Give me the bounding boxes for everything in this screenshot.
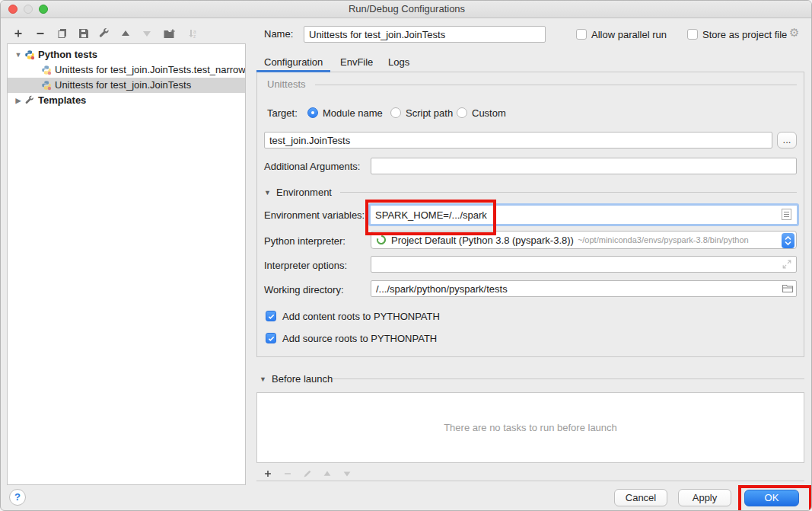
unittests-group-title: Unittests bbox=[267, 78, 306, 90]
footer-divider bbox=[256, 481, 804, 481]
tree-item-label: Unittests for test_join.JoinTests.test_n… bbox=[55, 62, 246, 78]
store-as-project-file-checkbox[interactable] bbox=[687, 29, 698, 40]
chevron-right-icon[interactable]: ▶ bbox=[14, 93, 23, 108]
interpreter-options-input[interactable] bbox=[371, 256, 797, 273]
allow-parallel-run-checkbox[interactable] bbox=[576, 29, 587, 40]
apply-button[interactable]: Apply bbox=[678, 489, 731, 506]
working-directory-label: Working directory: bbox=[264, 284, 344, 295]
before-launch-collapse-icon[interactable]: ▼ bbox=[260, 375, 266, 383]
edit-environment-variables-icon[interactable] bbox=[782, 209, 791, 220]
browse-button[interactable]: ... bbox=[777, 132, 797, 149]
working-directory-input[interactable] bbox=[371, 280, 797, 297]
python-icon bbox=[24, 50, 35, 60]
move-task-up-icon bbox=[320, 467, 334, 481]
tab-logs[interactable]: Logs bbox=[388, 55, 409, 70]
python-interpreter-path: ~/opt/miniconda3/envs/pyspark-3.8/bin/py… bbox=[578, 235, 749, 244]
radio-script-path-label: Script path bbox=[406, 107, 453, 119]
tree-item-templates[interactable]: ▶ Templates bbox=[8, 93, 245, 108]
folder-icon[interactable] bbox=[782, 283, 794, 294]
radio-module-name[interactable] bbox=[307, 107, 318, 118]
name-label: Name: bbox=[264, 28, 293, 40]
svg-text:z: z bbox=[193, 34, 196, 39]
radio-custom[interactable] bbox=[457, 107, 467, 118]
environment-variables-field[interactable]: SPARK_HOME=/.../spark bbox=[368, 203, 799, 226]
radio-custom-label: Custom bbox=[472, 107, 506, 119]
wrench-icon bbox=[24, 95, 35, 106]
target-input[interactable] bbox=[264, 132, 772, 149]
tree-item-label: Templates bbox=[38, 93, 86, 108]
name-input[interactable] bbox=[304, 26, 546, 43]
conda-environment-icon bbox=[376, 235, 387, 245]
help-button[interactable]: ? bbox=[9, 489, 26, 506]
python-interpreter-dropdown[interactable]: Project Default (Python 3.8 (pyspark-3.8… bbox=[371, 231, 797, 249]
cancel-button[interactable]: Cancel bbox=[614, 489, 667, 506]
additional-arguments-label: Additional Arguments: bbox=[264, 161, 360, 172]
chevron-down-icon[interactable]: ▼ bbox=[14, 47, 23, 62]
target-label: Target: bbox=[267, 107, 298, 119]
move-up-icon[interactable] bbox=[119, 27, 132, 40]
move-down-icon bbox=[140, 27, 154, 40]
sort-alphabetically-icon: az bbox=[186, 27, 199, 40]
group-divider bbox=[340, 192, 797, 193]
environment-variables-value: SPARK_HOME=/.../spark bbox=[371, 209, 487, 221]
tree-item-unittests-jointests-selected[interactable]: Unittests for test_join.JoinTests bbox=[8, 78, 245, 93]
add-icon[interactable] bbox=[11, 27, 25, 40]
run-debug-configurations-dialog: Run/Debug Configurations az ▼ Python tes… bbox=[0, 0, 812, 511]
before-launch-title: Before launch bbox=[272, 373, 333, 385]
radio-module-name-label: Module name bbox=[323, 107, 383, 119]
python-interpreter-value: Project Default (Python 3.8 (pyspark-3.8… bbox=[391, 235, 574, 246]
python-interpreter-label: Python interpreter: bbox=[264, 235, 345, 247]
ok-button[interactable]: OK bbox=[744, 490, 799, 506]
environment-variables-label: Environment variables: bbox=[264, 209, 365, 221]
environment-collapse-icon[interactable]: ▼ bbox=[264, 189, 271, 196]
edit-task-pencil-icon bbox=[301, 467, 314, 481]
allow-parallel-run-label: Allow parallel run bbox=[591, 29, 667, 40]
dropdown-spinner-icon[interactable] bbox=[782, 233, 794, 248]
interpreter-options-label: Interpreter options: bbox=[264, 260, 347, 271]
expand-field-icon[interactable] bbox=[782, 259, 792, 270]
tab-configuration[interactable]: Configuration bbox=[264, 55, 323, 70]
move-task-down-icon bbox=[340, 467, 354, 481]
tree-item-unittests-test-narrow[interactable]: Unittests for test_join.JoinTests.test_n… bbox=[8, 62, 245, 78]
window-title: Run/Debug Configurations bbox=[1, 1, 812, 18]
python-test-icon bbox=[41, 80, 52, 91]
remove-task-icon bbox=[281, 467, 295, 481]
python-test-icon bbox=[41, 65, 52, 75]
tree-item-label: Python tests bbox=[38, 47, 97, 62]
title-bar[interactable]: Run/Debug Configurations bbox=[1, 1, 812, 18]
add-source-roots-checkbox[interactable] bbox=[266, 333, 276, 343]
tab-envfile[interactable]: EnvFile bbox=[340, 55, 373, 70]
configurations-tree: ▼ Python tests Unittests for test_join.J… bbox=[7, 43, 246, 485]
add-content-roots-label: Add content roots to PYTHONPATH bbox=[282, 311, 440, 322]
additional-arguments-input[interactable] bbox=[371, 158, 797, 174]
before-launch-task-list: There are no tasks to run before launch bbox=[256, 392, 804, 463]
store-as-project-file-label: Store as project file bbox=[702, 29, 787, 40]
copy-icon[interactable] bbox=[56, 27, 69, 40]
tree-item-python-tests[interactable]: ▼ Python tests bbox=[8, 47, 245, 62]
remove-icon[interactable] bbox=[33, 27, 47, 40]
before-launch-empty-message: There are no tasks to run before launch bbox=[444, 422, 617, 433]
add-source-roots-label: Add source roots to PYTHONPATH bbox=[282, 333, 437, 344]
gear-icon[interactable]: ⚙ bbox=[789, 27, 799, 39]
environment-group-title: Environment bbox=[276, 187, 332, 198]
save-icon[interactable] bbox=[77, 27, 91, 40]
new-folder-icon[interactable] bbox=[162, 27, 176, 40]
add-task-icon[interactable] bbox=[261, 467, 275, 481]
radio-script-path[interactable] bbox=[390, 107, 401, 118]
group-divider bbox=[315, 85, 797, 85]
group-divider bbox=[333, 378, 804, 379]
tree-item-label: Unittests for test_join.JoinTests bbox=[55, 78, 191, 93]
edit-templates-wrench-icon[interactable] bbox=[97, 27, 111, 40]
add-content-roots-checkbox[interactable] bbox=[266, 311, 276, 321]
